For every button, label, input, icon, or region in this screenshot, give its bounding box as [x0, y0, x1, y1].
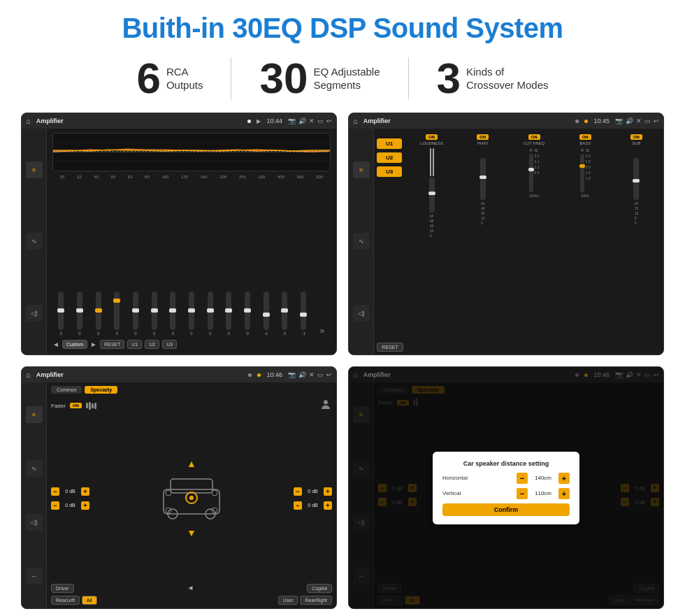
vertical-value: 110cm	[531, 490, 556, 496]
db-val-3: 0 dB	[304, 489, 322, 494]
home-icon[interactable]: ⌂	[26, 117, 31, 125]
reset-btn[interactable]: RESET	[100, 340, 124, 349]
screen-time-1: 10:44	[266, 117, 282, 124]
screen-time-2: 10:45	[593, 117, 610, 124]
up-arrow[interactable]: ▲	[187, 458, 196, 469]
reset-btn-dsp[interactable]: RESET	[377, 343, 403, 352]
screen-header-2: ⌂ Amplifier 10:45 📷 🔊 ✕ ▭ ↩	[349, 113, 663, 129]
svg-point-11	[189, 496, 194, 500]
back-icon[interactable]: ↩	[326, 117, 332, 124]
close-icon-2[interactable]: ✕	[636, 117, 642, 124]
left-arrow-btn[interactable]: ◄	[187, 584, 194, 593]
right-db-controls: − 0 dB + − 0 dB +	[294, 415, 332, 581]
user-btn[interactable]: User	[278, 596, 298, 605]
copilot-btn[interactable]: Copilot	[307, 584, 332, 593]
eq-icon-3[interactable]: ≡	[26, 406, 43, 423]
sub-on[interactable]: ON	[630, 134, 642, 140]
u1-btn[interactable]: U1	[127, 340, 142, 349]
volume-icon-2[interactable]: 🔊	[626, 117, 633, 124]
minimize-icon-2[interactable]: ▭	[644, 117, 651, 124]
minus-btn-2[interactable]: −	[51, 501, 59, 510]
minimize-icon[interactable]: ▭	[317, 117, 324, 124]
home-icon-2[interactable]: ⌂	[353, 117, 358, 125]
horizontal-plus[interactable]: +	[558, 473, 570, 484]
common-tab[interactable]: Common	[51, 386, 82, 394]
minus-btn-1[interactable]: −	[51, 487, 59, 496]
plus-btn-4[interactable]: +	[324, 501, 332, 510]
db-val-1: 0 dB	[62, 489, 79, 494]
plus-btn-2[interactable]: +	[81, 501, 89, 510]
stats-row: 6 RCA Outputs 30 EQ Adjustable Segments …	[21, 57, 664, 100]
back-icon-2[interactable]: ↩	[654, 117, 659, 124]
person-icon	[319, 399, 332, 413]
back-icon-3[interactable]: ↩	[326, 371, 332, 378]
next-icon[interactable]: ►	[90, 341, 97, 348]
all-btn[interactable]: All	[82, 596, 97, 605]
camera-icon-3[interactable]: 📷	[288, 371, 296, 378]
phat-on[interactable]: ON	[477, 134, 489, 140]
svg-point-5	[324, 400, 328, 404]
bass-on[interactable]: ON	[579, 134, 591, 140]
custom-btn[interactable]: Custom	[62, 340, 87, 349]
loudness-label: LOUDNESS	[420, 141, 443, 145]
wave-icon-2[interactable]: ∿	[353, 233, 370, 250]
camera-icon-2[interactable]: 📷	[615, 117, 623, 124]
eq-icon-2[interactable]: ≡	[353, 162, 370, 178]
status-dot-2b	[584, 117, 588, 124]
loudness-on[interactable]: ON	[426, 134, 438, 140]
slider-expand[interactable]: »	[313, 326, 331, 336]
horizontal-row: Horizontal − 140cm +	[442, 473, 570, 484]
volume-icon[interactable]: 🔊	[298, 117, 306, 124]
home-icon-3[interactable]: ⌂	[26, 371, 31, 379]
eq-icon[interactable]: ≡	[26, 162, 43, 178]
slider-3: 0	[89, 292, 107, 336]
volume-icon-3[interactable]: 🔊	[298, 371, 306, 378]
plus-btn-1[interactable]: +	[81, 487, 89, 496]
camera-icon[interactable]: 📷	[288, 117, 296, 124]
xo-screen: ⌂ Amplifier 10:46 📷 🔊 ✕ ▭ ↩ ≡ ∿ ◁)	[21, 366, 337, 609]
close-icon[interactable]: ✕	[309, 117, 315, 124]
specialty-tab[interactable]: Specialty	[85, 386, 117, 394]
vertical-ctrl: − 110cm +	[517, 488, 570, 499]
prev-icon[interactable]: ◄	[52, 341, 59, 348]
minimize-icon-3[interactable]: ▭	[317, 371, 324, 378]
confirm-button[interactable]: Confirm	[442, 503, 570, 516]
u2-preset[interactable]: U2	[377, 152, 402, 163]
vertical-plus[interactable]: +	[558, 488, 570, 499]
stat-text-xo: Kinds of Crossover Modes	[466, 65, 549, 92]
dialog-title: Car speaker distance setting	[442, 460, 570, 467]
u3-btn[interactable]: U3	[162, 340, 177, 349]
eq-sliders: 0 0 0 5	[52, 182, 331, 336]
slider-14: -1	[295, 292, 312, 336]
horizontal-minus[interactable]: −	[517, 473, 528, 484]
u3-preset[interactable]: U3	[377, 166, 402, 177]
u2-btn[interactable]: U2	[145, 340, 159, 349]
speaker-icon[interactable]: ◁)	[26, 305, 43, 322]
wave-icon[interactable]: ∿	[26, 233, 43, 250]
speaker-icon-3[interactable]: ◁)	[26, 514, 43, 531]
play-icon[interactable]: ▶	[257, 118, 261, 124]
db-row-2: − 0 dB +	[51, 501, 89, 510]
rearright-btn[interactable]: RearRight	[300, 596, 332, 605]
arrows-icon-3[interactable]: ↔	[26, 568, 43, 585]
down-arrow[interactable]: ▼	[187, 527, 196, 538]
vertical-minus[interactable]: −	[517, 488, 528, 499]
minus-btn-3[interactable]: −	[294, 487, 302, 496]
left-db-controls: − 0 dB + − 0 dB +	[51, 415, 89, 581]
cutfreq-on[interactable]: ON	[528, 134, 540, 140]
xo-dialog-screen: ⌂ Amplifier 10:46 📷 🔊 ✕ ▭ ↩ ≡ ∿ ◁)	[348, 366, 664, 609]
sidebar-3: ≡ ∿ ◁) ↔	[22, 382, 47, 608]
fader-row: Fader ON	[51, 399, 332, 413]
wave-icon-3[interactable]: ∿	[26, 460, 43, 477]
screen-body-2: ≡ ∿ ◁) U1 U2 U3 RESET	[349, 129, 663, 354]
close-icon-3[interactable]: ✕	[309, 371, 315, 378]
rearleft-btn[interactable]: RearLeft	[51, 596, 80, 605]
fader-on-badge[interactable]: ON	[70, 403, 82, 408]
fader-label: Fader	[51, 403, 66, 409]
eq-bottom-bar: ◄ Custom ► RESET U1 U2 U3	[52, 338, 331, 350]
u1-preset[interactable]: U1	[377, 138, 402, 149]
driver-btn[interactable]: Driver	[51, 584, 74, 593]
minus-btn-4[interactable]: −	[294, 501, 302, 510]
speaker-icon-2[interactable]: ◁)	[353, 305, 370, 322]
plus-btn-3[interactable]: +	[324, 487, 332, 496]
